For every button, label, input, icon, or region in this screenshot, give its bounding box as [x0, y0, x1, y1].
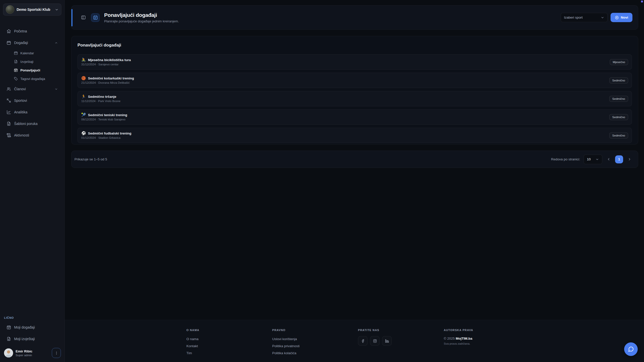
chart-line-icon [7, 110, 11, 114]
sidebar-item-label: Tagovi događaja [20, 77, 45, 81]
event-title: Mjesečna biciklistička tura [88, 58, 131, 62]
event-meta: 06/12/2024 · Teniski klub Sarajevo [81, 118, 127, 121]
page-titles: Ponavljajući događaji Planirajte ponavlj… [104, 12, 179, 23]
event-row[interactable]: 🎾Sedmični teniski trening 06/12/2024 · T… [77, 109, 632, 125]
new-event-button[interactable]: Novi [611, 13, 632, 22]
linkedin-button[interactable] [382, 336, 392, 346]
sidebar-item-clanovi[interactable]: Članovi [3, 84, 61, 94]
footer-link-privatnost[interactable]: Politika privatnosti [272, 343, 358, 350]
sidebar-item-analitika[interactable]: Analitika [3, 107, 61, 117]
chat-bubble-icon [628, 346, 634, 352]
sidebar-item-izvjestaji[interactable]: Izvještaji [3, 58, 61, 65]
footer-link-tim[interactable]: Tim [186, 350, 272, 357]
recurrence-badge: Mjesečno [610, 59, 628, 65]
sidebar-item-sabloni-poruka[interactable]: Šabloni poruka [3, 119, 61, 129]
chevron-down-icon [55, 87, 58, 91]
sport-filter-select[interactable]: Izaberi sport [561, 13, 608, 22]
cyclist-emoji-icon: 🚴 [81, 58, 86, 62]
home-icon [7, 29, 11, 33]
current-page-button[interactable]: 1 [615, 155, 623, 163]
sidebar-item-label: Ponavljajući [20, 68, 40, 72]
instagram-button[interactable] [370, 336, 380, 346]
event-title: Sedmični košarkaški trening [88, 76, 134, 80]
calendar-icon [7, 40, 11, 45]
chevron-down-icon [601, 16, 604, 19]
sidebar-item-label: Analitika [14, 110, 27, 114]
sidebar: Demo Sportski Klub Početna Događaji Kale… [0, 0, 65, 362]
sidebar-item-ponavljajuci[interactable]: Ponavljajući [3, 66, 61, 74]
rows-per-page-select[interactable]: 10 [584, 155, 602, 164]
sidebar-item-kalendar[interactable]: Kalendar [3, 49, 61, 57]
footer: O NAMA O nama Kontakt Tim PRAVNO Uslovi … [65, 320, 644, 362]
new-event-label: Novi [621, 16, 628, 19]
sidebar-toggle-button[interactable] [81, 15, 86, 20]
sidebar-item-label: Sportovi [14, 99, 27, 103]
user-menu-button[interactable] [52, 348, 61, 358]
event-title: Sedmični fudbalski trening [88, 131, 132, 135]
sidebar-item-moji-izvjestaji[interactable]: Moji izvještaji [3, 334, 61, 344]
sidebar-item-label: Šabloni poruka [14, 122, 37, 126]
recurrence-badge: Sedmično [609, 114, 628, 120]
sport-filter-value: Izaberi sport [564, 16, 583, 19]
app-screen: Demo Sportski Klub Početna Događaji Kale… [0, 0, 644, 362]
user-row: Emir Ribic Super admin [0, 345, 64, 362]
scroll-text-icon [7, 133, 11, 138]
sidebar-item-dogadjaji[interactable]: Događaji [3, 38, 61, 48]
facebook-button[interactable] [358, 336, 368, 346]
workspace-logo [6, 5, 14, 14]
pagination-controls: Redova po stranici: 10 1 [551, 155, 632, 164]
event-row[interactable]: ⚽Sedmični fudbalski trening 01/12/2024 ·… [77, 128, 632, 143]
event-row[interactable]: 🚴Mjesečna biciklistička tura 31/12/2024 … [77, 54, 632, 70]
footer-column-o-nama: O NAMA O nama Kontakt Tim [186, 329, 272, 357]
recurrence-badge: Sedmično [609, 132, 628, 139]
sidebar-item-pocetna[interactable]: Početna [3, 26, 61, 36]
next-page-button[interactable] [627, 156, 632, 162]
user-name: Emir Ribic [16, 349, 32, 353]
sidebar-item-label: Članovi [14, 87, 26, 91]
file-text-icon [7, 121, 11, 126]
footer-column-title: O NAMA [186, 329, 272, 332]
footer-link-kontakt[interactable]: Kontakt [186, 343, 272, 350]
footer-columns: O NAMA O nama Kontakt Tim PRAVNO Uslovi … [186, 329, 530, 357]
recurrence-badge: Sedmično [609, 77, 628, 83]
sidebar-subnav-dogadjaji: Kalendar Izvještaji Ponavljajući Tagovi … [3, 49, 61, 82]
prev-page-button[interactable] [606, 156, 612, 162]
chevron-down-icon [55, 8, 59, 12]
file-text-icon [14, 60, 18, 64]
sidebar-item-label: Kalendar [20, 51, 34, 55]
file-text-icon [7, 337, 11, 341]
sidebar-item-tagovi-dogadjaja[interactable]: Tagovi događaja [3, 75, 61, 82]
event-title: Sedmični teniski trening [88, 113, 127, 117]
footer-link-kolacici[interactable]: Politika kolačića [272, 350, 358, 357]
sidebar-item-label: Moji događaji [14, 325, 35, 329]
basketball-emoji-icon: 🏀 [81, 76, 86, 80]
chat-button[interactable] [624, 342, 638, 356]
recurrence-badge: Sedmično [609, 96, 628, 102]
rows-per-page-value: 10 [587, 157, 591, 161]
workspace-name: Demo Sportski Klub [17, 8, 50, 12]
calendar-check-icon [7, 325, 11, 330]
recurring-events-card: Ponavljajući događaji 🚴Mjesečna biciklis… [71, 36, 638, 145]
sidebar-item-moji-dogadjaji[interactable]: Moji događaji [3, 322, 61, 332]
chevron-up-icon [55, 41, 58, 44]
chevron-right-icon [628, 157, 631, 161]
sidebar-item-aktivnosti[interactable]: Aktivnosti [3, 130, 61, 140]
soccer-emoji-icon: ⚽ [81, 131, 86, 135]
sidebar-item-label: Početna [14, 29, 27, 33]
event-row[interactable]: 🏃Sedmično trčanje 11/12/2024 · Park Vrel… [77, 91, 632, 106]
sidebar-item-label: Moji izvještaji [14, 337, 35, 341]
instagram-icon [373, 339, 377, 343]
sidebar-nav: Početna Događaji Kalendar Izvještaji [0, 16, 64, 142]
tennis-emoji-icon: 🎾 [81, 113, 86, 117]
footer-link-uslovi[interactable]: Uslovi korištenja [272, 336, 358, 343]
sidebar-item-label: Događaji [14, 41, 28, 45]
workspace-switcher[interactable]: Demo Sportski Klub [3, 4, 61, 16]
sidebar-item-sportovi[interactable]: Sportovi [3, 96, 61, 106]
footer-link-o-nama[interactable]: O nama [186, 336, 272, 343]
chevron-left-icon [607, 157, 611, 161]
footer-column-title: PRAVNO [272, 329, 358, 332]
plus-circle-icon [615, 16, 619, 20]
header-accent-bar [71, 9, 72, 26]
footer-column-pratite-nas: PRATITE NAS [358, 329, 444, 357]
event-row[interactable]: 🏀Sedmični košarkaški trening 21/12/2024 … [77, 73, 632, 88]
